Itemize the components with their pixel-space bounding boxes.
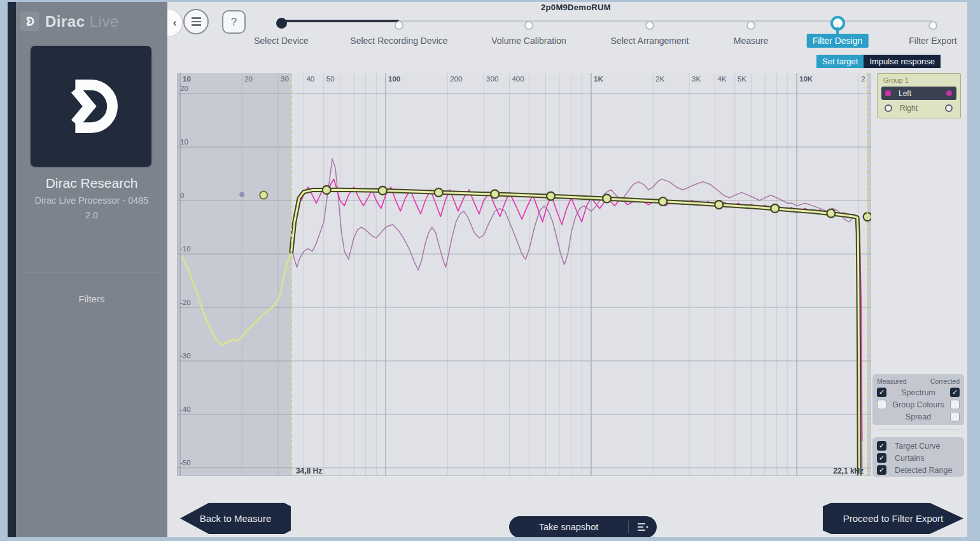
option-label: Target Curve	[876, 442, 961, 451]
step-label-filter-design[interactable]: Filter Design	[807, 34, 869, 48]
channel-label: Left	[899, 89, 911, 98]
option-label: Detected Range	[876, 466, 961, 475]
svg-text:22,1 kHz: 22,1 kHz	[833, 467, 864, 475]
svg-text:4K: 4K	[717, 75, 726, 83]
svg-text:2K: 2K	[655, 75, 664, 83]
app-title: Dirac Live	[45, 13, 119, 31]
svg-text:5K: 5K	[738, 75, 746, 83]
chevron-left-icon: ‹	[173, 17, 177, 29]
sidebar: Dirac Live Dirac Research Dirac Live Pro…	[16, 2, 167, 537]
detected-range-checkbox[interactable]: ✓	[877, 465, 886, 475]
svg-text:40: 40	[306, 75, 314, 83]
dirac-d-glyph	[24, 15, 36, 27]
curtains-checkbox[interactable]: ✓	[877, 453, 886, 463]
option-label: Spectrum	[876, 388, 961, 397]
window-frame: Dirac Live Dirac Research Dirac Live Pro…	[0, 0, 980, 541]
option-label: Group Colours	[876, 400, 961, 409]
step-dot-select-recording-device[interactable]	[395, 21, 403, 30]
overlay-options-panel: ✓ Target Curve ✓ Curtains ✓ Detected Ran…	[872, 437, 964, 477]
step-label-measure[interactable]: Measure	[734, 36, 768, 46]
option-row-spectrum: ✓ Spectrum ✓	[876, 386, 961, 398]
measured-column-header: Measured	[877, 377, 907, 385]
corrected-spectrum-checkbox[interactable]: ✓	[950, 388, 960, 397]
channel-radio-icon	[885, 104, 892, 112]
option-row-spread: Spread	[876, 411, 961, 423]
dirac-logo-icon	[20, 11, 39, 31]
dirac-d-glyph-large	[55, 71, 127, 142]
filter-design-subtabs: Set target Impulse response	[816, 55, 941, 68]
channel-row-right[interactable]: Right	[881, 101, 956, 115]
back-to-measure-button[interactable]: Back to Measure	[180, 502, 291, 535]
svg-text:34,8 Hz: 34,8 Hz	[296, 467, 322, 475]
device-name: Dirac Research	[16, 176, 167, 191]
option-row-target-curve: ✓ Target Curve	[876, 440, 961, 452]
channel-color-swatch	[885, 90, 891, 96]
svg-text:100: 100	[388, 75, 400, 83]
svg-text:2: 2	[861, 75, 865, 83]
svg-text:3K: 3K	[692, 75, 701, 83]
corrected-group-colours-checkbox[interactable]	[950, 400, 960, 409]
step-label-select-arrangement[interactable]: Select Arrangement	[611, 36, 689, 46]
stepper-track-done	[281, 20, 399, 22]
step-dot-select-device[interactable]	[276, 18, 287, 29]
measured-spectrum-checkbox[interactable]: ✓	[877, 388, 886, 397]
left-accent-strip	[8, 2, 16, 537]
stepper-track	[399, 20, 933, 22]
spectrum-options-panel: Measured Corrected ✓ Spectrum ✓ Group Co…	[872, 374, 964, 425]
channel-row-left[interactable]: Left	[881, 87, 956, 100]
svg-text:200: 200	[450, 75, 462, 83]
step-label-select-device[interactable]: Select Device	[254, 36, 309, 46]
project-title: 2p0M9DemoRUM	[480, 3, 671, 12]
collapse-sidebar-button[interactable]: ‹	[167, 10, 182, 36]
device-version: 2.0	[16, 210, 167, 220]
option-row-group-colours: Group Colours	[876, 398, 961, 411]
help-button[interactable]: ?	[222, 10, 246, 34]
svg-text:1K: 1K	[594, 75, 603, 83]
group-legend-panel: Group 1 Left Right	[877, 73, 961, 118]
option-row-detected-range: ✓ Detected Range	[876, 464, 961, 476]
question-icon: ?	[231, 16, 237, 29]
menu-button[interactable]	[183, 9, 209, 34]
step-label-select-recording-device[interactable]: Select Recording Device	[350, 36, 447, 46]
options-divider	[878, 430, 959, 430]
svg-text:300: 300	[486, 75, 498, 83]
step-dot-filter-export[interactable]	[928, 21, 937, 30]
group-label: Group 1	[883, 76, 960, 84]
proceed-to-filter-export-button[interactable]: Proceed to Filter Export	[823, 502, 963, 535]
option-label: Curtains	[876, 454, 961, 463]
option-label: Spread	[876, 412, 961, 421]
take-snapshot-button[interactable]: Take snapshot	[509, 516, 657, 537]
channel-radio-icon	[945, 104, 953, 112]
svg-text:10K: 10K	[799, 75, 813, 83]
svg-text:50: 50	[326, 75, 335, 83]
channel-label: Right	[900, 104, 918, 113]
chart-canvas: 10203040501002003004001K2K3K4K5K10K22010…	[178, 73, 871, 475]
tab-set-target[interactable]: Set target	[816, 55, 864, 68]
corrected-spread-checkbox[interactable]	[950, 412, 960, 421]
device-model: Dirac Live Processor - 0485	[16, 195, 167, 206]
sidebar-divider	[25, 272, 160, 272]
device-tile[interactable]	[31, 46, 151, 167]
sidebar-item-filters[interactable]: Filters	[16, 293, 167, 304]
frequency-response-chart[interactable]: 10203040501002003004001K2K3K4K5K10K22010…	[177, 73, 871, 476]
svg-text:400: 400	[512, 75, 524, 83]
step-dot-select-arrangement[interactable]	[645, 21, 654, 30]
step-dot-measure[interactable]	[746, 21, 755, 30]
corrected-column-header: Corrected	[930, 377, 960, 385]
channel-selected-dot	[946, 90, 952, 96]
step-label-volume-calibration[interactable]: Volume Calibration	[491, 36, 566, 46]
target-curve-checkbox[interactable]: ✓	[877, 441, 886, 451]
measured-group-colours-checkbox[interactable]	[877, 400, 886, 409]
step-dot-volume-calibration[interactable]	[524, 21, 533, 30]
step-label-filter-export[interactable]: Filter Export	[909, 36, 956, 46]
hamburger-icon	[192, 17, 201, 19]
snapshot-list-icon[interactable]	[629, 522, 657, 532]
option-row-curtains: ✓ Curtains	[876, 452, 961, 464]
snapshot-label: Take snapshot	[509, 522, 628, 532]
tab-impulse-response[interactable]: Impulse response	[864, 55, 941, 68]
dirac-live-app: Dirac Live Dirac Research Dirac Live Pro…	[8, 2, 967, 537]
